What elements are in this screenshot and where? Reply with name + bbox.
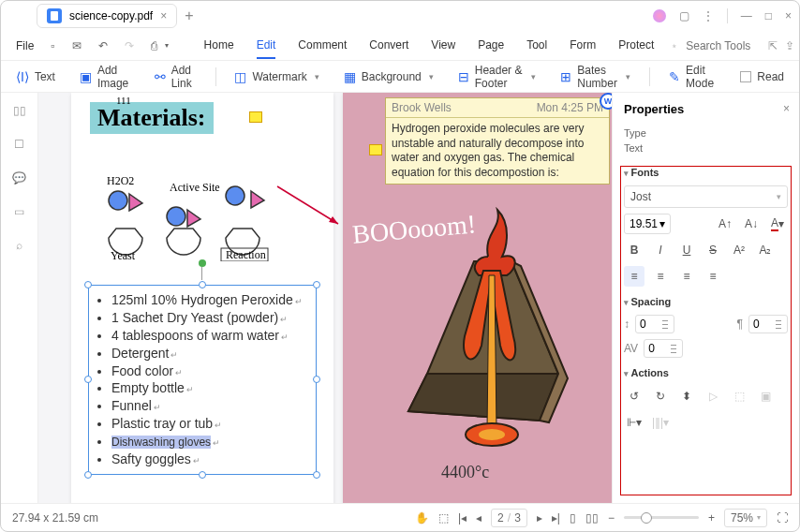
bates-tool[interactable]: ⊞Bates Number▾ [555, 60, 636, 94]
watermark-tool[interactable]: ◫Watermark▾ [229, 66, 324, 88]
spacing-input-1[interactable]: 0 [635, 315, 674, 333]
materials-list[interactable]: 125ml 10% Hydrogen Peroxide 1 Sachet Dry… [88, 285, 317, 475]
prev-page-icon[interactable]: ◂ [476, 511, 481, 525]
align-right-icon[interactable]: ≡ [676, 266, 697, 287]
decrease-size-icon[interactable]: A↓ [741, 214, 762, 234]
tab-protect[interactable]: Protect [618, 33, 654, 59]
fonts-section[interactable]: Fonts [624, 167, 788, 178]
spacing-section[interactable]: Spacing [624, 296, 788, 307]
rotate-right-icon[interactable]: ↻ [650, 386, 671, 406]
tab-form[interactable]: Form [570, 33, 596, 59]
list-item[interactable]: 4 tablespoons of warm water [111, 327, 310, 345]
increase-size-icon[interactable]: A↑ [715, 214, 735, 234]
edit-mode-tool[interactable]: ✎Edit Mode [663, 60, 721, 94]
flip-h-icon[interactable]: ⬍ [676, 386, 697, 406]
file-menu[interactable]: File [16, 39, 34, 52]
spacing-input-3[interactable]: 0 [644, 339, 683, 358]
list-item[interactable]: 1 Sachet Dry Yeast (powder) [111, 309, 310, 327]
actions-section[interactable]: Actions [624, 367, 788, 378]
document-canvas[interactable]: ▸ ◂ 111 Materials: H2O2 Active Site [38, 93, 612, 503]
tab-comment[interactable]: Comment [298, 33, 347, 59]
list-item[interactable]: Empty bottle [111, 379, 310, 397]
tab-home[interactable]: Home [204, 33, 234, 59]
search-panel-icon[interactable]: ⌕ [11, 237, 28, 254]
page-number-input[interactable]: 2/3 [491, 509, 527, 527]
list-item[interactable]: 125ml 10% Hydrogen Peroxide [111, 291, 310, 309]
tab-close-icon[interactable]: × [160, 9, 167, 22]
sticky-note-icon[interactable] [249, 111, 262, 123]
print-icon[interactable]: ⎙ [151, 39, 157, 52]
tab-convert[interactable]: Convert [369, 33, 408, 59]
print-caret[interactable]: ▾ [165, 41, 169, 50]
zoom-out-icon[interactable]: − [608, 511, 615, 525]
text-tool[interactable]: ⟨I⟩Text [10, 66, 61, 88]
tab-edit[interactable]: Edit [257, 33, 276, 59]
save-icon[interactable]: ▫ [51, 39, 54, 52]
resize-handle[interactable] [84, 281, 92, 288]
resize-handle[interactable] [84, 376, 92, 383]
share-icon[interactable]: ⇪ [785, 39, 794, 52]
list-item[interactable]: Dishwashing gloves [111, 433, 310, 451]
new-tab-button[interactable]: + [185, 7, 193, 24]
search-tools[interactable]: ⋆ ⇱ ⇪ ˄ [671, 39, 800, 52]
fit-page-icon[interactable]: ⛶ [777, 511, 788, 525]
next-page-icon[interactable]: ▸ [537, 511, 542, 525]
zoom-in-icon[interactable]: + [708, 511, 715, 525]
close-panel-icon[interactable]: × [783, 102, 790, 115]
comment-panel-icon[interactable]: 💬 [11, 170, 28, 186]
read-toggle[interactable]: Read [734, 66, 790, 87]
maximize-icon[interactable]: □ [765, 9, 772, 22]
continuous-page-icon[interactable]: ▯▯ [585, 511, 599, 525]
window-icon[interactable]: ▢ [679, 9, 689, 22]
spacing-input-2[interactable]: 0 [748, 315, 788, 333]
avatar-icon[interactable] [653, 9, 666, 22]
resize-handle[interactable] [84, 471, 92, 479]
hand-tool-icon[interactable]: ✋ [415, 511, 429, 525]
rotate-left-icon[interactable]: ↺ [624, 386, 644, 406]
resize-handle[interactable] [313, 281, 320, 288]
attachments-icon[interactable]: ▭ [11, 203, 28, 220]
header-footer-tool[interactable]: ⊟Header & Footer▾ [452, 60, 542, 94]
align-justify-icon[interactable]: ≡ [703, 266, 723, 287]
list-item[interactable]: Plastic tray or tub [111, 415, 310, 433]
tab-view[interactable]: View [431, 33, 455, 59]
redo-icon[interactable]: ↷ [125, 39, 134, 52]
font-color-icon[interactable]: A▾ [767, 214, 788, 234]
list-item[interactable]: Food color [111, 362, 310, 380]
tab-tool[interactable]: Tool [526, 33, 547, 59]
crop-icon[interactable]: ⬚ [729, 386, 749, 406]
comment-popup[interactable]: W Brook WellsMon 4:25 PM Hydrogen peroxi… [385, 97, 610, 185]
resize-handle[interactable] [199, 471, 206, 479]
last-page-icon[interactable]: ▸| [552, 511, 560, 525]
resize-handle[interactable] [199, 281, 206, 288]
rotate-handle[interactable] [199, 259, 206, 267]
first-page-icon[interactable]: |◂ [458, 511, 467, 525]
bold-icon[interactable]: B [624, 240, 644, 260]
document-tab[interactable]: science-copy.pdf × [37, 4, 177, 28]
underline-icon[interactable]: U [676, 240, 697, 260]
open-external-icon[interactable]: ⇱ [768, 39, 778, 52]
superscript-icon[interactable]: A² [729, 240, 749, 260]
thumbnails-icon[interactable]: ▯▯ [11, 102, 28, 119]
add-link-tool[interactable]: ⚯Add Link [149, 60, 202, 94]
undo-icon[interactable]: ↶ [98, 39, 108, 52]
zoom-dropdown[interactable]: 75%▾ [724, 509, 767, 527]
replace-icon[interactable]: ▣ [755, 386, 776, 406]
flip-v-icon[interactable]: ▷ [703, 386, 723, 406]
kebab-icon[interactable]: ⋮ [703, 9, 714, 22]
add-image-tool[interactable]: ▣Add Image [74, 60, 136, 94]
list-item[interactable]: Funnel [111, 397, 310, 415]
minimize-icon[interactable]: — [741, 9, 752, 22]
subscript-icon[interactable]: A₂ [755, 240, 776, 260]
distribute-icon[interactable]: |‖|▾ [650, 412, 671, 433]
zoom-slider[interactable] [624, 516, 699, 519]
align-center-icon[interactable]: ≡ [650, 266, 671, 287]
resize-handle[interactable] [313, 471, 320, 479]
list-item[interactable]: Detergent [111, 345, 310, 362]
mail-icon[interactable]: ✉ [72, 39, 81, 52]
single-page-icon[interactable]: ▯ [570, 511, 576, 525]
search-input[interactable] [686, 39, 761, 52]
close-icon[interactable]: × [785, 9, 792, 22]
background-tool[interactable]: ▦Background▾ [338, 66, 439, 88]
select-tool-icon[interactable]: ⬚ [438, 511, 449, 525]
